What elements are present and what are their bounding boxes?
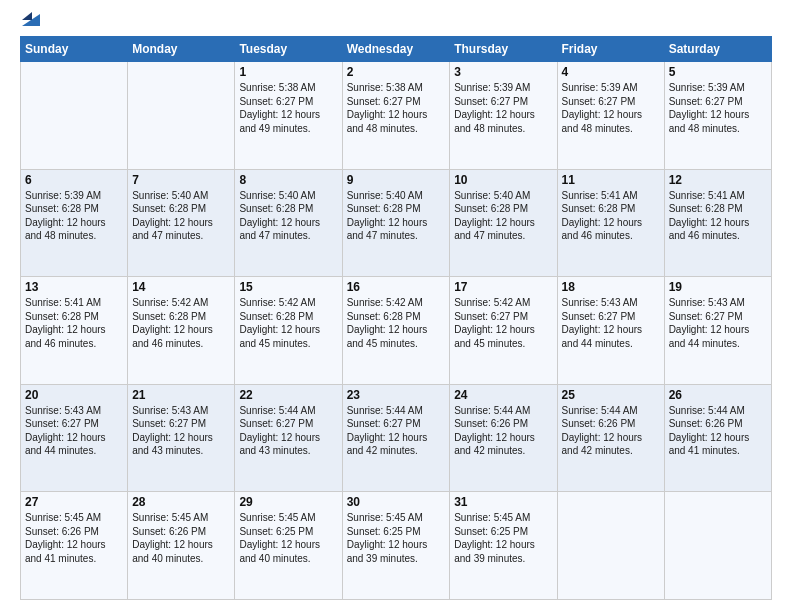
calendar-week-row: 27 Sunrise: 5:45 AMSunset: 6:26 PMDaylig… [21,492,772,600]
day-info: Sunrise: 5:43 AMSunset: 6:27 PMDaylight:… [25,405,106,457]
calendar-day-cell: 26 Sunrise: 5:44 AMSunset: 6:26 PMDaylig… [664,384,771,492]
calendar-day-header: Sunday [21,37,128,62]
day-number: 4 [562,65,660,79]
calendar-day-cell [557,492,664,600]
day-number: 12 [669,173,767,187]
day-number: 27 [25,495,123,509]
day-number: 15 [239,280,337,294]
calendar-day-cell: 18 Sunrise: 5:43 AMSunset: 6:27 PMDaylig… [557,277,664,385]
day-number: 22 [239,388,337,402]
calendar-day-cell: 25 Sunrise: 5:44 AMSunset: 6:26 PMDaylig… [557,384,664,492]
calendar-day-cell: 15 Sunrise: 5:42 AMSunset: 6:28 PMDaylig… [235,277,342,385]
day-info: Sunrise: 5:44 AMSunset: 6:27 PMDaylight:… [347,405,428,457]
day-info: Sunrise: 5:45 AMSunset: 6:25 PMDaylight:… [239,512,320,564]
calendar-day-cell: 31 Sunrise: 5:45 AMSunset: 6:25 PMDaylig… [450,492,557,600]
calendar-day-cell: 4 Sunrise: 5:39 AMSunset: 6:27 PMDayligh… [557,62,664,170]
day-info: Sunrise: 5:39 AMSunset: 6:27 PMDaylight:… [669,82,750,134]
calendar-day-cell: 21 Sunrise: 5:43 AMSunset: 6:27 PMDaylig… [128,384,235,492]
calendar-day-cell: 11 Sunrise: 5:41 AMSunset: 6:28 PMDaylig… [557,169,664,277]
calendar-day-cell: 24 Sunrise: 5:44 AMSunset: 6:26 PMDaylig… [450,384,557,492]
calendar-day-header: Saturday [664,37,771,62]
day-info: Sunrise: 5:39 AMSunset: 6:27 PMDaylight:… [454,82,535,134]
day-number: 26 [669,388,767,402]
calendar-day-cell: 22 Sunrise: 5:44 AMSunset: 6:27 PMDaylig… [235,384,342,492]
day-info: Sunrise: 5:38 AMSunset: 6:27 PMDaylight:… [239,82,320,134]
day-number: 6 [25,173,123,187]
calendar-day-cell: 30 Sunrise: 5:45 AMSunset: 6:25 PMDaylig… [342,492,450,600]
day-number: 10 [454,173,552,187]
day-number: 16 [347,280,446,294]
page: SundayMondayTuesdayWednesdayThursdayFrid… [0,0,792,612]
day-info: Sunrise: 5:41 AMSunset: 6:28 PMDaylight:… [562,190,643,242]
calendar-day-header: Thursday [450,37,557,62]
day-info: Sunrise: 5:45 AMSunset: 6:26 PMDaylight:… [132,512,213,564]
day-info: Sunrise: 5:39 AMSunset: 6:27 PMDaylight:… [562,82,643,134]
day-number: 3 [454,65,552,79]
day-info: Sunrise: 5:44 AMSunset: 6:26 PMDaylight:… [562,405,643,457]
day-number: 1 [239,65,337,79]
calendar-day-cell [664,492,771,600]
day-number: 30 [347,495,446,509]
day-number: 20 [25,388,123,402]
calendar-day-cell: 14 Sunrise: 5:42 AMSunset: 6:28 PMDaylig… [128,277,235,385]
calendar-day-cell: 5 Sunrise: 5:39 AMSunset: 6:27 PMDayligh… [664,62,771,170]
day-info: Sunrise: 5:42 AMSunset: 6:28 PMDaylight:… [347,297,428,349]
day-info: Sunrise: 5:42 AMSunset: 6:28 PMDaylight:… [132,297,213,349]
day-number: 18 [562,280,660,294]
day-info: Sunrise: 5:45 AMSunset: 6:25 PMDaylight:… [454,512,535,564]
day-info: Sunrise: 5:41 AMSunset: 6:28 PMDaylight:… [25,297,106,349]
day-number: 28 [132,495,230,509]
day-info: Sunrise: 5:40 AMSunset: 6:28 PMDaylight:… [454,190,535,242]
calendar-day-cell: 13 Sunrise: 5:41 AMSunset: 6:28 PMDaylig… [21,277,128,385]
day-info: Sunrise: 5:43 AMSunset: 6:27 PMDaylight:… [669,297,750,349]
calendar-day-cell: 12 Sunrise: 5:41 AMSunset: 6:28 PMDaylig… [664,169,771,277]
header [20,16,772,26]
day-info: Sunrise: 5:38 AMSunset: 6:27 PMDaylight:… [347,82,428,134]
calendar-day-cell: 8 Sunrise: 5:40 AMSunset: 6:28 PMDayligh… [235,169,342,277]
day-number: 8 [239,173,337,187]
day-info: Sunrise: 5:45 AMSunset: 6:26 PMDaylight:… [25,512,106,564]
calendar-day-cell [128,62,235,170]
day-number: 21 [132,388,230,402]
calendar-day-header: Friday [557,37,664,62]
calendar-day-cell: 29 Sunrise: 5:45 AMSunset: 6:25 PMDaylig… [235,492,342,600]
day-info: Sunrise: 5:40 AMSunset: 6:28 PMDaylight:… [239,190,320,242]
calendar-day-cell: 16 Sunrise: 5:42 AMSunset: 6:28 PMDaylig… [342,277,450,385]
day-number: 25 [562,388,660,402]
day-number: 24 [454,388,552,402]
day-number: 5 [669,65,767,79]
day-info: Sunrise: 5:43 AMSunset: 6:27 PMDaylight:… [132,405,213,457]
calendar-day-cell: 2 Sunrise: 5:38 AMSunset: 6:27 PMDayligh… [342,62,450,170]
calendar-day-header: Wednesday [342,37,450,62]
day-info: Sunrise: 5:40 AMSunset: 6:28 PMDaylight:… [132,190,213,242]
day-info: Sunrise: 5:39 AMSunset: 6:28 PMDaylight:… [25,190,106,242]
calendar-day-cell: 17 Sunrise: 5:42 AMSunset: 6:27 PMDaylig… [450,277,557,385]
day-info: Sunrise: 5:44 AMSunset: 6:27 PMDaylight:… [239,405,320,457]
calendar-day-header: Tuesday [235,37,342,62]
calendar-day-cell: 23 Sunrise: 5:44 AMSunset: 6:27 PMDaylig… [342,384,450,492]
day-info: Sunrise: 5:42 AMSunset: 6:28 PMDaylight:… [239,297,320,349]
calendar-header-row: SundayMondayTuesdayWednesdayThursdayFrid… [21,37,772,62]
day-number: 7 [132,173,230,187]
day-number: 9 [347,173,446,187]
calendar-day-cell: 27 Sunrise: 5:45 AMSunset: 6:26 PMDaylig… [21,492,128,600]
calendar-day-header: Monday [128,37,235,62]
calendar-table: SundayMondayTuesdayWednesdayThursdayFrid… [20,36,772,600]
calendar-day-cell [21,62,128,170]
day-info: Sunrise: 5:45 AMSunset: 6:25 PMDaylight:… [347,512,428,564]
day-number: 13 [25,280,123,294]
logo [20,16,40,26]
calendar-day-cell: 20 Sunrise: 5:43 AMSunset: 6:27 PMDaylig… [21,384,128,492]
day-number: 23 [347,388,446,402]
day-number: 17 [454,280,552,294]
day-number: 14 [132,280,230,294]
day-info: Sunrise: 5:42 AMSunset: 6:27 PMDaylight:… [454,297,535,349]
day-info: Sunrise: 5:44 AMSunset: 6:26 PMDaylight:… [454,405,535,457]
day-number: 31 [454,495,552,509]
day-number: 19 [669,280,767,294]
logo-icon [22,6,40,26]
day-number: 11 [562,173,660,187]
day-info: Sunrise: 5:44 AMSunset: 6:26 PMDaylight:… [669,405,750,457]
calendar-day-cell: 6 Sunrise: 5:39 AMSunset: 6:28 PMDayligh… [21,169,128,277]
calendar-day-cell: 28 Sunrise: 5:45 AMSunset: 6:26 PMDaylig… [128,492,235,600]
